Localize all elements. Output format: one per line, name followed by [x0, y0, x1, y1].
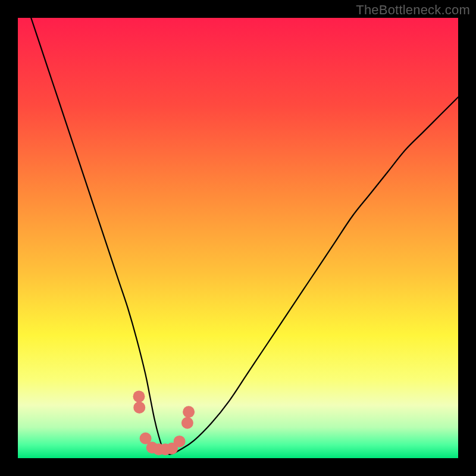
plot-area — [18, 18, 458, 458]
data-markers — [133, 390, 195, 455]
data-marker — [174, 436, 186, 447]
data-marker — [183, 406, 195, 418]
attribution-text: TheBottleneck.com — [356, 2, 470, 18]
curve-layer — [18, 18, 458, 458]
data-marker — [181, 417, 193, 429]
bottleneck-curve — [31, 18, 458, 455]
data-marker — [133, 390, 145, 402]
data-marker — [133, 402, 145, 414]
chart-frame: TheBottleneck.com — [0, 0, 476, 476]
